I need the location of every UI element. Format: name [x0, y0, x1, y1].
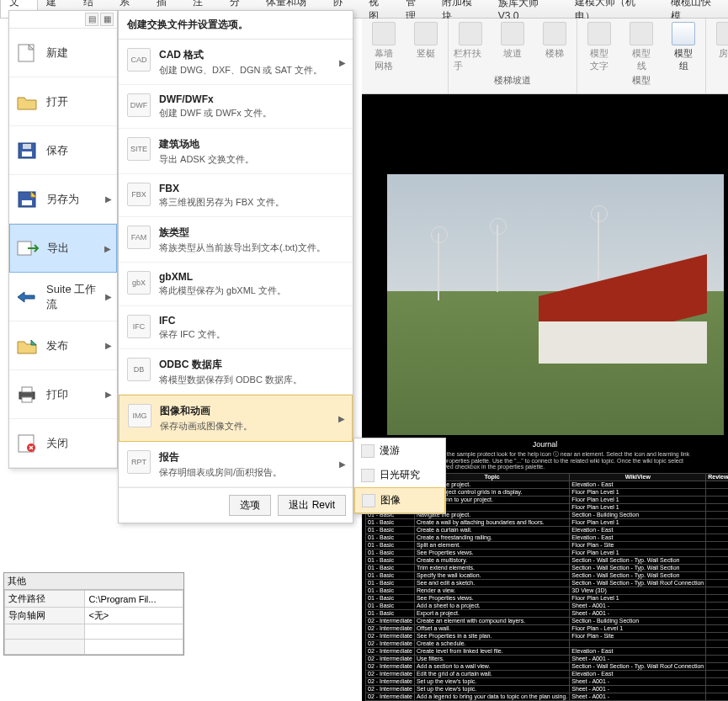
journal-row[interactable]: 01 - BasicSplit an element.Floor Plan - … — [366, 541, 729, 549]
export-item[interactable]: IFCIFC保存 IFC 文件。 — [119, 306, 353, 349]
ribbon-button[interactable]: 房间 — [711, 22, 728, 72]
export-item[interactable]: DBODBC 数据库将模型数据保存到 ODBC 数据库。 — [119, 349, 353, 395]
journal-row[interactable]: 01 - BasicCreate a multistory.Section - … — [366, 556, 729, 564]
file-menu-close[interactable]: 关闭 — [9, 419, 117, 468]
export-item[interactable]: IMG图像和动画保存动画或图像文件。▶ — [119, 395, 353, 441]
file-menu-suite[interactable]: Suite 工作流▶ — [9, 273, 117, 321]
file-menu-publish[interactable]: 发布▶ — [9, 321, 117, 370]
export-item[interactable]: CADCAD 格式创建 DWG、DXF、DGN 或 SAT 文件。▶ — [119, 40, 353, 85]
menubar-item[interactable]: 附加模块 — [433, 0, 490, 18]
export-item-title: DWF/DWFx — [159, 93, 272, 105]
file-menu-saveas[interactable]: 另存为▶ — [9, 175, 117, 224]
export-CAD-icon: CAD — [127, 48, 151, 72]
journal-row[interactable]: 01 - BasicExport a project.Sheet - A001 … — [366, 609, 729, 617]
property-value[interactable] — [85, 624, 183, 640]
export-IFC-icon: IFC — [127, 315, 151, 338]
export-item-desc: 创建 DWF 或 DWFx 文件。 — [159, 107, 272, 119]
submenu-walk[interactable]: 漫游 — [354, 438, 445, 463]
file-menu-save[interactable]: 保存 — [9, 126, 117, 175]
options-button[interactable]: 选项 — [229, 495, 271, 516]
property-name — [5, 640, 85, 655]
journal-row[interactable]: 01 - BasicSee and edit a sketch.Section … — [366, 579, 729, 587]
property-row[interactable] — [5, 640, 183, 655]
journal-row[interactable]: 02 - IntermediateOffset a wall.Floor Pla… — [366, 624, 729, 632]
journal-col-header: Reviewed — [706, 473, 728, 481]
journal-row[interactable]: 01 - BasicCreate a curtain wall.Elevatio… — [366, 526, 729, 534]
file-menu-new[interactable]: 新建 — [9, 29, 117, 77]
submenu-sun[interactable]: 日光研究 — [354, 463, 445, 487]
menubar-item[interactable]: 建模大师（机电） — [566, 0, 662, 18]
journal-row[interactable]: 02 - IntermediateSet up the view's topic… — [366, 685, 729, 693]
export-DB-icon: DB — [127, 358, 151, 381]
property-row[interactable] — [5, 624, 183, 640]
property-row[interactable]: 文件路径C:\Program Fil... — [5, 591, 183, 608]
journal-col-header: WikiView — [570, 473, 706, 481]
menubar-item[interactable]: 橄榄山快模 — [662, 0, 729, 18]
ribbon-button[interactable]: 模型线 — [624, 22, 658, 72]
journal-row[interactable]: 01 - BasicSee Properties views.Floor Pla… — [366, 594, 729, 602]
export-item[interactable]: FAM族类型将族类型从当前族导出到文本(.txt)文件。 — [119, 217, 353, 263]
export-item-desc: 将模型数据保存到 ODBC 数据库。 — [159, 374, 302, 385]
property-row[interactable]: 导向轴网<无> — [5, 608, 183, 624]
journal-row[interactable]: 02 - IntermediateEdit the grid of a curt… — [366, 670, 729, 677]
export-item[interactable]: SITE建筑场地导出 ADSK 交换文件。 — [119, 129, 353, 174]
menubar-item[interactable]: 管理 — [397, 0, 433, 18]
recent-docs-thumb-icon[interactable]: ▦ — [100, 13, 114, 26]
journal-row[interactable]: 01 - BasicRender a view.3D View (3D) — [366, 587, 729, 594]
export-item-desc: 保存动画或图像文件。 — [160, 420, 252, 432]
svg-rect-9 — [22, 387, 32, 392]
export-item-desc: 保存明细表或房间/面积报告。 — [159, 466, 282, 478]
file-menu-open[interactable]: 打开 — [9, 77, 117, 126]
save-icon — [14, 140, 40, 162]
ribbon-button[interactable]: 模型文字 — [582, 22, 616, 72]
export-item[interactable]: FBXFBX将三维视图另存为 FBX 文件。 — [119, 174, 353, 217]
export-item[interactable]: RPT报告保存明细表或房间/面积报告。▶ — [119, 442, 353, 487]
property-value[interactable] — [85, 640, 183, 655]
export-item-desc: 将族类型从当前族导出到文本(.txt)文件。 — [159, 242, 326, 253]
journal-row[interactable]: 02 - IntermediateSee Properties in a sit… — [366, 632, 729, 640]
file-menu-label: 保存 — [46, 143, 112, 158]
journal-row[interactable]: 02 - IntermediateUse filters.Sheet - A00… — [366, 655, 729, 662]
journal-row[interactable]: 01 - BasicCreate a wall by attaching bou… — [366, 518, 729, 526]
export-item[interactable]: gbXgbXML将此模型保存为 gbXML 文件。 — [119, 263, 353, 305]
properties-group-header: 其他 — [4, 573, 183, 590]
journal-row[interactable]: 02 - IntermediateCreate a schedule. — [366, 640, 729, 647]
svg-rect-6 — [22, 200, 32, 205]
property-value[interactable]: C:\Program Fil... — [85, 591, 183, 608]
journal-row[interactable]: 01 - BasicTrim extend elements.Section -… — [366, 564, 729, 571]
journal-row[interactable]: 01 - BasicSpecify the wall location.Sect… — [366, 571, 729, 579]
file-menu-export[interactable]: 导出▶ — [9, 224, 117, 273]
file-menu-print[interactable]: 打印▶ — [9, 370, 117, 419]
ribbon-button[interactable]: 竖梃 — [409, 22, 443, 72]
file-menu-label: 另存为 — [46, 192, 105, 207]
property-value[interactable]: <无> — [85, 608, 183, 624]
exit-revit-button[interactable]: 退出 Revit — [278, 495, 346, 516]
chevron-right-icon: ▶ — [104, 244, 111, 253]
journal-row[interactable]: 02 - IntermediateAdd a section to a wall… — [366, 662, 729, 670]
file-menu-label: 关闭 — [46, 436, 112, 451]
export-item[interactable]: DWFDWF/DWFx创建 DWF 或 DWFx 文件。 — [119, 85, 353, 128]
journal-row[interactable]: 01 - BasicCreate a freestanding railing.… — [366, 534, 729, 541]
journal-row[interactable]: 02 - IntermediateCreate level from linke… — [366, 647, 729, 655]
recent-docs-icon[interactable]: ▤ — [85, 13, 98, 26]
journal-row[interactable]: 01 - BasicAdd a sheet to a project.Sheet… — [366, 602, 729, 609]
ribbon-button[interactable]: 坡道 — [496, 22, 529, 72]
file-menu-label: 打印 — [46, 387, 105, 402]
ribbon-button[interactable]: 栏杆扶手 — [454, 22, 487, 72]
ribbon-button[interactable]: 幕墙网格 — [367, 22, 401, 72]
ribbon-button[interactable]: 模型组 — [667, 22, 700, 72]
journal-row[interactable]: 01 - BasicSee Properties views.Floor Pla… — [366, 549, 729, 556]
submenu-image[interactable]: 图像 — [354, 487, 445, 513]
journal-row[interactable]: 02 - IntermediateAdd a legend to bring y… — [366, 693, 729, 700]
menubar-item[interactable]: 视图 — [360, 0, 396, 18]
export-item-title: IFC — [159, 315, 226, 327]
export-item-desc: 将三维视图另存为 FBX 文件。 — [159, 196, 284, 208]
export-item-title: CAD 格式 — [159, 48, 322, 62]
file-menu-label: Suite 工作流 — [46, 282, 105, 312]
journal-row[interactable]: 02 - IntermediateSet up the view's topic… — [366, 677, 729, 685]
chevron-right-icon: ▶ — [339, 57, 346, 66]
ribbon-button[interactable]: 楼梯 — [538, 22, 571, 72]
export-DWF-icon: DWF — [127, 93, 151, 117]
menubar-item[interactable]: 族库大师V3.0 — [490, 0, 566, 18]
journal-row[interactable]: 02 - IntermediateCreate an element with … — [366, 617, 729, 624]
